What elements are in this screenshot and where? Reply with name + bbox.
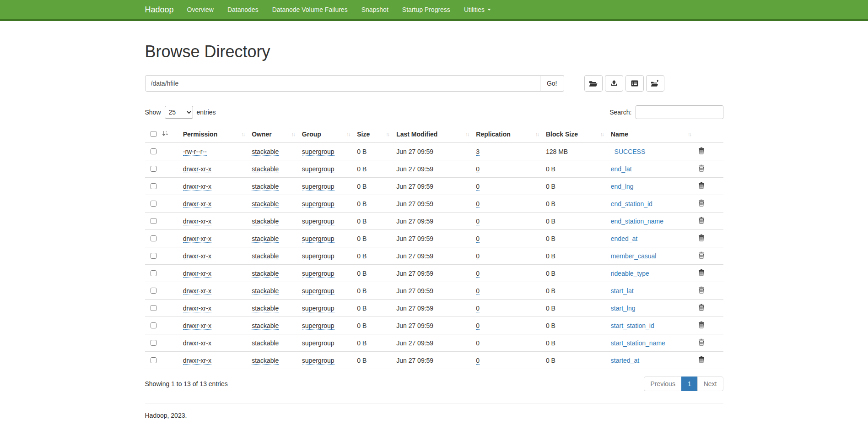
group-value[interactable]: supergroup [302,270,334,278]
file-name-link[interactable]: start_lat [611,287,634,295]
group-value[interactable]: supergroup [302,218,334,225]
delete-button[interactable] [698,251,705,260]
permission-value[interactable]: drwxr-xr-x [183,183,211,191]
owner-value[interactable]: stackable [252,252,279,260]
nav-link-datanodes[interactable]: Datanodes [221,0,265,19]
nav-link-snapshot[interactable]: Snapshot [355,0,395,19]
file-name-link[interactable]: started_at [611,357,639,364]
owner-value[interactable]: stackable [252,322,279,330]
permission-value[interactable]: drwxr-xr-x [183,287,211,295]
row-checkbox[interactable] [151,288,156,294]
delete-button[interactable] [698,234,705,243]
group-value[interactable]: supergroup [302,287,334,295]
group-value[interactable]: supergroup [302,305,334,312]
permission-value[interactable]: drwxr-xr-x [183,252,211,260]
replication-value[interactable]: 0 [476,218,480,225]
group-value[interactable]: supergroup [302,357,334,365]
owner-value[interactable]: stackable [252,200,279,208]
owner-value[interactable]: stackable [252,270,279,278]
nav-link-startup-progress[interactable]: Startup Progress [395,0,457,19]
group-value[interactable]: supergroup [302,183,334,191]
file-name-link[interactable]: _SUCCESS [611,148,645,155]
delete-button[interactable] [698,338,705,347]
row-checkbox[interactable] [151,235,156,241]
owner-value[interactable]: stackable [252,183,279,191]
row-checkbox[interactable] [151,218,156,224]
list-view-button[interactable] [625,75,644,92]
permission-value[interactable]: drwxr-xr-x [183,305,211,312]
row-checkbox[interactable] [151,183,156,189]
file-name-link[interactable]: end_lat [611,165,632,173]
header-block-size[interactable]: Block Size↑↓ [542,126,607,143]
nav-link-datanode-volume-failures[interactable]: Datanode Volume Failures [265,0,355,19]
file-name-link[interactable]: end_lng [611,183,634,190]
permission-value[interactable]: drwxr-xr-x [183,322,211,330]
replication-value[interactable]: 0 [476,183,480,191]
group-value[interactable]: supergroup [302,252,334,260]
navbar-brand[interactable]: Hadoop [145,0,180,19]
header-group[interactable]: Group↑↓ [298,126,353,143]
delete-button[interactable] [698,286,705,295]
row-checkbox[interactable] [151,340,156,346]
file-name-link[interactable]: rideable_type [611,270,649,277]
header-replication[interactable]: Replication↑↓ [472,126,542,143]
delete-button[interactable] [698,182,705,191]
delete-button[interactable] [698,269,705,278]
file-name-link[interactable]: ended_at [611,235,637,242]
replication-value[interactable]: 3 [476,148,480,156]
replication-value[interactable]: 0 [476,287,480,295]
permission-value[interactable]: drwxr-xr-x [183,270,211,278]
file-name-link[interactable]: member_casual [611,252,657,260]
file-name-link[interactable]: end_station_name [611,218,663,225]
group-value[interactable]: supergroup [302,235,334,243]
pagination-next[interactable]: Next [698,377,723,391]
delete-button[interactable] [698,164,705,173]
replication-value[interactable]: 0 [476,270,480,278]
pagination-page-1[interactable]: 1 [682,377,698,391]
group-value[interactable]: supergroup [302,200,334,208]
row-checkbox[interactable] [151,166,156,172]
row-checkbox[interactable] [151,201,156,207]
permission-value[interactable]: drwxr-xr-x [183,339,211,347]
cut-paste-button[interactable] [646,75,664,92]
nav-link-overview[interactable]: Overview [180,0,221,19]
permission-value[interactable]: drwxr-xr-x [183,218,211,225]
upload-files-button[interactable] [605,75,623,92]
permission-value[interactable]: drwxr-xr-x [183,165,211,173]
header-permission[interactable]: Permission↑↓ [179,126,248,143]
header-last-modified[interactable]: Last Modified↑↓ [393,126,472,143]
row-checkbox[interactable] [151,357,156,363]
row-checkbox[interactable] [151,148,156,154]
header-select[interactable] [145,126,179,143]
file-name-link[interactable]: start_lng [611,305,636,312]
delete-button[interactable] [698,199,705,208]
delete-button[interactable] [698,147,705,156]
owner-value[interactable]: stackable [252,165,279,173]
row-checkbox[interactable] [151,322,156,328]
permission-value[interactable]: -rw-r--r-- [183,148,207,156]
file-name-link[interactable]: end_station_id [611,200,652,207]
replication-value[interactable]: 0 [476,357,480,365]
select-all-checkbox[interactable] [151,131,156,137]
delete-button[interactable] [698,321,705,330]
replication-value[interactable]: 0 [476,339,480,347]
header-size[interactable]: Size↑↓ [353,126,393,143]
owner-value[interactable]: stackable [252,339,279,347]
replication-value[interactable]: 0 [476,322,480,330]
header-owner[interactable]: Owner↑↓ [248,126,298,143]
owner-value[interactable]: stackable [252,305,279,312]
replication-value[interactable]: 0 [476,235,480,243]
permission-value[interactable]: drwxr-xr-x [183,200,211,208]
replication-value[interactable]: 0 [476,252,480,260]
file-name-link[interactable]: start_station_name [611,339,665,347]
go-button[interactable]: Go! [540,75,564,92]
owner-value[interactable]: stackable [252,235,279,243]
header-name[interactable]: Name↑↓ [607,126,695,143]
owner-value[interactable]: stackable [252,218,279,225]
page-size-select[interactable]: 25 [165,106,193,119]
row-checkbox[interactable] [151,270,156,276]
permission-value[interactable]: drwxr-xr-x [183,235,211,243]
delete-button[interactable] [698,217,705,225]
pagination-previous[interactable]: Previous [644,377,681,391]
group-value[interactable]: supergroup [302,165,334,173]
